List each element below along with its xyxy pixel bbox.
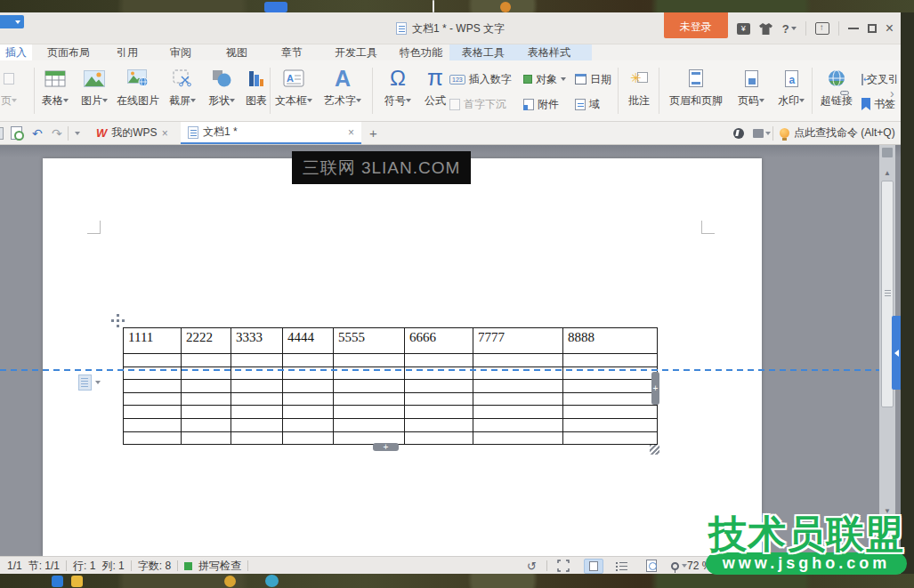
table-cell[interactable]: [283, 392, 334, 406]
table-cell[interactable]: [124, 431, 182, 445]
table-cell[interactable]: [473, 406, 563, 419]
eye-protection-button[interactable]: [671, 557, 687, 575]
symbol-button[interactable]: 符号: [377, 63, 418, 118]
table-header-cell[interactable]: 8888: [563, 328, 658, 354]
table-cell[interactable]: [283, 380, 334, 393]
tab-page-layout[interactable]: 页面布局: [42, 44, 95, 60]
assistant-button[interactable]: [733, 122, 744, 144]
insert-table-button[interactable]: 表格: [36, 63, 75, 118]
paste-options-button[interactable]: [78, 372, 105, 393]
table-cell[interactable]: [563, 406, 658, 419]
table-cell[interactable]: [182, 392, 231, 406]
page-view-button[interactable]: [584, 557, 603, 575]
field-button[interactable]: 域: [575, 94, 611, 114]
ribbon-expand-button[interactable]: [890, 84, 894, 103]
word-count[interactable]: 字数: 8: [138, 559, 171, 574]
table-cell[interactable]: [473, 380, 563, 393]
header-footer-button[interactable]: 页眉和页脚: [662, 63, 730, 118]
table-cell[interactable]: [563, 354, 658, 367]
table-cell[interactable]: [405, 354, 473, 367]
screenshot-button[interactable]: 截屏: [164, 63, 201, 118]
watermark-button[interactable]: 水印: [772, 63, 810, 118]
table-cell[interactable]: [334, 418, 405, 431]
tab-section[interactable]: 章节: [276, 44, 308, 60]
undo-button[interactable]: [32, 122, 43, 144]
insert-number-button[interactable]: 插入数字: [449, 69, 519, 89]
formula-button[interactable]: 公式: [420, 63, 450, 118]
taskbar-icon[interactable]: [265, 575, 279, 587]
table-cell[interactable]: [182, 406, 231, 419]
print-preview-button[interactable]: [11, 122, 22, 144]
wordart-button[interactable]: 艺术字: [319, 63, 367, 118]
date-button[interactable]: 日期: [575, 69, 614, 89]
find-command-button[interactable]: 点此查找命令 (Alt+Q): [780, 122, 895, 144]
object-button[interactable]: 对象: [523, 69, 570, 89]
tab-table-style[interactable]: 表格样式: [522, 44, 576, 60]
table-cell[interactable]: [231, 392, 283, 406]
document-area[interactable]: 三联网 3LIAN.COM 11112222333344445555666677…: [0, 145, 901, 556]
table-cell[interactable]: [124, 406, 182, 419]
add-column-button[interactable]: +: [651, 372, 659, 405]
table-cell[interactable]: [334, 380, 405, 393]
table-cell[interactable]: [334, 392, 405, 406]
table-cell[interactable]: [182, 431, 231, 445]
outline-view-button[interactable]: [616, 557, 627, 575]
table-cell[interactable]: [124, 380, 182, 393]
table-header-cell[interactable]: 6666: [405, 328, 473, 354]
table-cell[interactable]: [283, 418, 334, 431]
table-move-handle[interactable]: [111, 314, 125, 327]
taskbar-icon[interactable]: [52, 576, 63, 587]
table-header-cell[interactable]: 4444: [283, 328, 334, 354]
quickbar-dropdown[interactable]: [75, 122, 80, 144]
table-cell[interactable]: [405, 406, 473, 419]
chart-button[interactable]: 图表: [242, 63, 271, 118]
save-button[interactable]: [0, 122, 4, 144]
add-row-button[interactable]: +: [373, 443, 399, 451]
minimize-button[interactable]: [848, 28, 859, 29]
taskbar-icon[interactable]: [224, 576, 236, 587]
history-button[interactable]: [527, 557, 537, 575]
close-button[interactable]: [886, 24, 894, 33]
table-cell[interactable]: [124, 418, 182, 431]
web-view-button[interactable]: [646, 557, 657, 575]
share-upload-icon[interactable]: [815, 22, 829, 35]
tab-special-features[interactable]: 特色功能: [394, 44, 448, 60]
tab-review[interactable]: 审阅: [165, 44, 197, 60]
table-cell[interactable]: [405, 380, 473, 393]
table-cell[interactable]: [283, 354, 334, 367]
close-icon[interactable]: [348, 126, 354, 139]
help-button[interactable]: [782, 22, 797, 36]
table-cell[interactable]: [473, 418, 563, 431]
table-cell[interactable]: [563, 431, 658, 445]
table-cell[interactable]: [231, 418, 283, 431]
textbox-button[interactable]: A 文本框: [272, 63, 315, 118]
hyperlink-button[interactable]: 超链接: [815, 63, 858, 118]
table-cell[interactable]: [405, 418, 473, 431]
table-cell[interactable]: [563, 392, 658, 406]
table-cell[interactable]: [231, 380, 283, 393]
table-cell[interactable]: [334, 354, 405, 367]
table-cell[interactable]: [124, 354, 182, 367]
login-button[interactable]: 未登录: [664, 12, 728, 38]
tab-developer[interactable]: 开发工具: [329, 44, 383, 60]
table-cell[interactable]: [563, 418, 658, 431]
redo-button[interactable]: [52, 122, 62, 144]
table-cell[interactable]: [283, 406, 334, 419]
table-cell[interactable]: [124, 392, 182, 406]
side-panel-toggle[interactable]: [892, 316, 901, 390]
table-header-cell[interactable]: 5555: [334, 328, 405, 354]
panel-toggle-button[interactable]: [753, 122, 771, 144]
shapes-button[interactable]: 形状: [203, 63, 240, 118]
table-cell[interactable]: [334, 406, 405, 419]
table-cell[interactable]: [405, 392, 473, 406]
document-tab[interactable]: 文档1 *: [181, 122, 361, 144]
close-icon[interactable]: [162, 127, 168, 140]
attachment-button[interactable]: 附件: [523, 94, 570, 114]
table-cell[interactable]: [473, 431, 563, 445]
table-cell[interactable]: [231, 431, 283, 445]
page-number-button[interactable]: 页码: [732, 63, 771, 118]
comment-button[interactable]: ✳ 批注: [621, 63, 657, 118]
table-cell[interactable]: [283, 431, 334, 445]
skin-icon[interactable]: [759, 21, 773, 36]
maximize-button[interactable]: [868, 24, 877, 33]
